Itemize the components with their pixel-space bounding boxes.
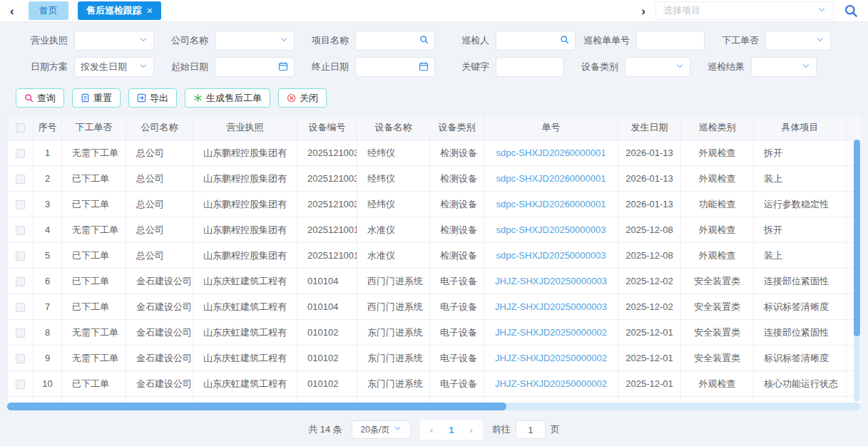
table-cell: 010104	[297, 269, 357, 294]
table-cell: 西门门进系统	[357, 269, 430, 294]
horizontal-scrollbar-thumb[interactable]	[7, 403, 506, 410]
button-label: 重置	[93, 92, 112, 105]
back-icon[interactable]: ‹	[10, 5, 14, 17]
table-cell: 拆开	[754, 217, 847, 243]
filter-label-business-license: 营业执照	[16, 34, 74, 47]
page-size-select[interactable]: 20条/页	[352, 420, 411, 439]
table-cell: 10	[34, 371, 62, 397]
order-number-link[interactable]: sdpc-SHXJD20260000001	[496, 147, 606, 158]
tab-home[interactable]: 首页	[29, 1, 68, 20]
table-cell: 2026-01-13	[618, 166, 681, 192]
tab-after-sales-inspection[interactable]: 售后巡检跟踪 ×	[78, 1, 161, 20]
device-type-select[interactable]	[625, 57, 690, 77]
table-cell: 金石建设公司	[126, 269, 193, 294]
column-header: 设备类别	[430, 115, 484, 140]
table-cell: 电子设备	[430, 269, 484, 294]
date-scheme-select[interactable]: 按发生日期	[74, 57, 154, 77]
table-row: 7已下工单金石建设公司山东庆虹建筑工程有010104西门门进系统电子设备JHJZ…	[8, 294, 862, 320]
vertical-scrollbar-thumb[interactable]	[854, 140, 860, 336]
search-icon[interactable]	[844, 4, 858, 18]
query-button[interactable]: 查询	[16, 88, 64, 108]
horizontal-scrollbar[interactable]	[7, 403, 861, 410]
tab-label: 售后巡检跟踪	[86, 4, 142, 17]
field-value: 按发生日期	[81, 61, 139, 73]
table-cell: 山东庆虹建筑工程有	[193, 269, 297, 294]
table-row: 5已下工单总公司山东鹏程控股集团有2025121001水准仪检测设备sdpc-S…	[8, 243, 862, 269]
export-box-icon	[137, 93, 146, 103]
order-number-link[interactable]: JHJZ-SHXJD20250000002	[495, 378, 607, 389]
goto-page-input[interactable]	[516, 420, 546, 439]
chevron-down-icon	[817, 6, 826, 16]
filter-label-inspection-result: 巡检结果	[693, 61, 751, 73]
table-cell: 水准仪	[357, 243, 430, 269]
export-button[interactable]: 导出	[128, 88, 177, 108]
order-number-link[interactable]: JHJZ-SHXJD20250000003	[495, 301, 607, 312]
forward-icon[interactable]: ›	[641, 5, 645, 17]
column-header: 发生日期	[618, 115, 681, 140]
table-cell: 安全装置类	[681, 346, 754, 371]
button-label: 查询	[37, 92, 56, 105]
table-cell: 连接部位紧固性	[754, 269, 847, 294]
vertical-scrollbar[interactable]	[854, 140, 860, 402]
row-checkbox[interactable]	[16, 200, 25, 209]
table-row: 8无需下工单金石建设公司山东庆虹建筑工程有010102东门门进系统电子设备JHJ…	[8, 320, 862, 346]
table-cell: 无需下工单	[62, 320, 126, 346]
table-cell: 标识标签清晰度	[754, 346, 847, 371]
table-cell: 总公司	[126, 217, 193, 243]
table-cell: 装上	[754, 243, 847, 269]
table-cell: 已下工单	[62, 192, 126, 217]
close-button[interactable]: 关闭	[278, 88, 327, 108]
inspection-no-input[interactable]	[636, 31, 705, 51]
table-cell: 2025-12-08	[618, 217, 681, 243]
order-number-link[interactable]: sdpc-SHXJD20250000003	[496, 250, 606, 261]
project-select[interactable]: 选择项目	[655, 1, 834, 20]
table-cell: 山东庆虹建筑工程有	[193, 320, 297, 346]
inspector-input[interactable]	[496, 31, 576, 51]
next-page-icon[interactable]: ›	[469, 425, 472, 435]
table-cell: 已下工单	[62, 243, 126, 269]
table-cell: 外观检查	[681, 243, 754, 269]
column-header: 设备编号	[297, 115, 357, 140]
keyword-input[interactable]	[496, 57, 564, 77]
filter-label-end-date: 终止日期	[297, 61, 355, 73]
data-table-wrap: 序号下工单否公司名称营业执照设备编号设备名称设备类别单号发生日期巡检类别具体项目…	[7, 114, 861, 410]
row-checkbox[interactable]	[16, 226, 25, 235]
filter-field-work-order-flag: 下工单否	[707, 31, 831, 51]
order-number-link[interactable]: JHJZ-SHXJD20250000003	[495, 276, 607, 286]
row-checkbox[interactable]	[16, 277, 25, 286]
prev-page-icon[interactable]: ‹	[430, 425, 433, 435]
order-number-link[interactable]: sdpc-SHXJD20260000001	[496, 173, 606, 184]
select-all-checkbox[interactable]	[16, 123, 25, 133]
current-page[interactable]: 1	[449, 425, 454, 435]
reset-button[interactable]: 重置	[72, 88, 121, 108]
table-cell: 功能检查	[681, 192, 754, 217]
table-cell: 2025121001	[297, 217, 357, 243]
table-cell: 2025121003	[297, 166, 357, 192]
start-date-date-input[interactable]	[215, 57, 295, 77]
order-number-link[interactable]: sdpc-SHXJD20260000001	[496, 199, 606, 209]
business-license-select[interactable]	[74, 31, 154, 51]
company-name-select[interactable]	[215, 31, 295, 51]
row-checkbox[interactable]	[16, 175, 25, 184]
row-checkbox[interactable]	[16, 251, 25, 261]
row-checkbox[interactable]	[16, 328, 25, 338]
row-checkbox[interactable]	[16, 354, 25, 363]
row-checkbox[interactable]	[16, 380, 25, 389]
project-name-input[interactable]	[355, 31, 435, 51]
table-cell: 2025-12-08	[618, 243, 681, 269]
filter-label-company-name: 公司名称	[156, 34, 215, 47]
filter-field-business-license: 营业执照	[16, 31, 154, 51]
row-checkbox[interactable]	[16, 149, 25, 158]
order-number-link[interactable]: JHJZ-SHXJD20250000002	[495, 353, 607, 363]
table-scroll-area: 序号下工单否公司名称营业执照设备编号设备名称设备类别单号发生日期巡检类别具体项目…	[7, 114, 861, 403]
row-checkbox[interactable]	[16, 303, 25, 312]
order-number-link[interactable]: sdpc-SHXJD20250000003	[496, 224, 606, 235]
order-number-link[interactable]: JHJZ-SHXJD20250000002	[495, 327, 607, 338]
table-cell: 山东庆虹建筑工程有	[193, 397, 297, 403]
work-order-flag-select[interactable]	[765, 31, 831, 51]
close-icon[interactable]: ×	[147, 6, 153, 16]
end-date-date-input[interactable]	[355, 57, 435, 77]
inspection-result-select[interactable]	[751, 57, 817, 77]
chevron-down-icon	[394, 425, 402, 435]
generate-work-order-button[interactable]: 生成售后工单	[185, 88, 270, 108]
